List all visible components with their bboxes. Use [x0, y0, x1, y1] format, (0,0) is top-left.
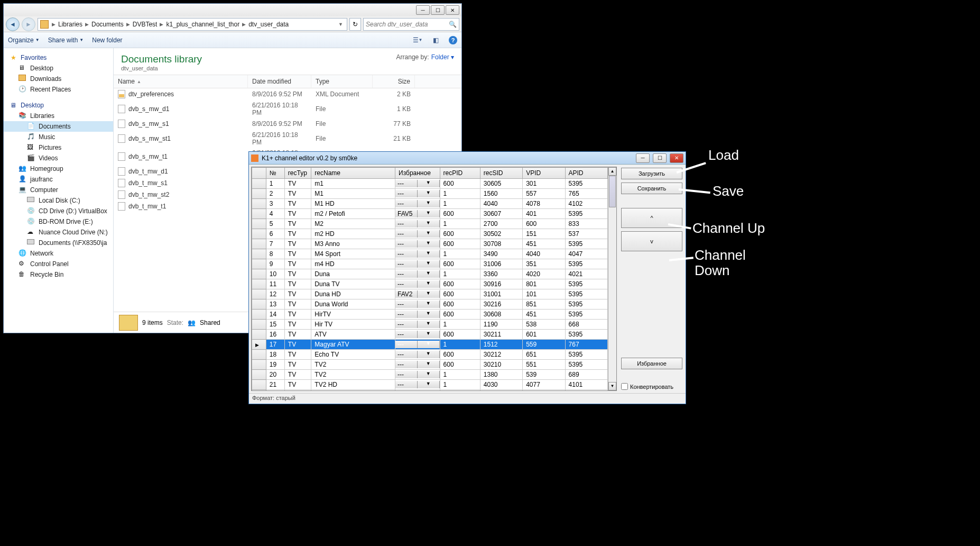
cell-pid[interactable]: 1: [440, 249, 480, 259]
cell-fav[interactable]: ---▼: [395, 360, 440, 370]
dropdown-icon[interactable]: ▼: [418, 361, 440, 368]
row-header[interactable]: [252, 179, 266, 189]
cell-vpid[interactable]: 559: [523, 340, 565, 350]
breadcrumb-item[interactable]: Documents: [90, 21, 125, 28]
cell-num[interactable]: 14: [266, 310, 284, 320]
minimize-button[interactable]: ─: [636, 153, 650, 163]
favorite-button[interactable]: Избранное: [621, 358, 682, 369]
cell-num[interactable]: 7: [266, 239, 284, 249]
cell-fav[interactable]: ---▼: [395, 219, 440, 229]
cell-num[interactable]: 19: [266, 360, 284, 370]
row-header[interactable]: [252, 229, 266, 239]
arrange-by-link[interactable]: Folder ▾: [431, 53, 454, 61]
cell-type[interactable]: TV: [284, 229, 311, 239]
cell-apid[interactable]: 5395: [565, 360, 607, 370]
grid-row[interactable]: 13TVDuna World---▼600302168515395: [252, 299, 608, 310]
cell-sid[interactable]: 30210: [480, 360, 522, 370]
cell-apid[interactable]: 5395: [565, 279, 607, 289]
cell-vpid[interactable]: 451: [523, 239, 565, 249]
cell-apid[interactable]: 5395: [565, 390, 607, 391]
cell-name[interactable]: Duna: [311, 269, 395, 279]
cell-name[interactable]: M4 Sport: [311, 249, 395, 259]
dropdown-icon[interactable]: ▼: [418, 200, 440, 207]
cell-num[interactable]: 17: [266, 340, 284, 350]
cell-type[interactable]: TV: [284, 289, 311, 299]
cell-fav[interactable]: ---▼: [395, 330, 440, 340]
cell-type[interactable]: TV: [284, 239, 311, 249]
cell-type[interactable]: TV: [284, 179, 311, 189]
cell-name[interactable]: m2 / Petofi: [311, 209, 395, 219]
dropdown-icon[interactable]: ▼: [418, 351, 440, 358]
cell-vpid[interactable]: 651: [523, 350, 565, 360]
cell-num[interactable]: 3: [266, 199, 284, 209]
cell-pid[interactable]: 600: [440, 259, 480, 269]
dropdown-icon[interactable]: ▼: [418, 311, 440, 318]
cell-vpid[interactable]: 301: [523, 179, 565, 189]
grid-row[interactable]: 1TVm1---▼600306053015395: [252, 179, 608, 189]
cell-pid[interactable]: 600: [440, 289, 480, 299]
cell-name[interactable]: M3 Anno: [311, 239, 395, 249]
cell-vpid[interactable]: 4078: [523, 199, 565, 209]
dropdown-icon[interactable]: ▼: [418, 341, 440, 348]
cell-num[interactable]: 21: [266, 380, 284, 390]
sidebar-item-recent[interactable]: 🕑Recent Places: [4, 84, 113, 95]
cell-name[interactable]: SuperTV2: [311, 390, 395, 391]
cell-type[interactable]: TV: [284, 350, 311, 360]
cell-fav[interactable]: ---▼: [395, 350, 440, 360]
cell-pid[interactable]: 600: [440, 390, 480, 391]
load-button[interactable]: Загрузить: [621, 168, 682, 179]
cell-num[interactable]: 18: [266, 350, 284, 360]
cell-type[interactable]: TV: [284, 340, 311, 350]
cell-pid[interactable]: 600: [440, 350, 480, 360]
row-header[interactable]: [252, 350, 266, 360]
cell-fav[interactable]: FAV2▼: [395, 289, 440, 299]
cell-num[interactable]: 8: [266, 249, 284, 259]
grid-column-header[interactable]: recName: [311, 168, 395, 179]
cell-fav[interactable]: ---▼: [395, 320, 440, 330]
grid-column-header[interactable]: recPID: [440, 168, 480, 179]
cell-vpid[interactable]: 101: [523, 289, 565, 299]
scroll-up-button[interactable]: ▲: [608, 167, 616, 176]
column-name[interactable]: Name▲: [114, 75, 248, 88]
grid-row[interactable]: 11TVDuna TV---▼600309168015395: [252, 279, 608, 289]
close-button[interactable]: ✕: [446, 5, 459, 15]
help-icon[interactable]: ?: [449, 36, 457, 44]
scroll-down-button[interactable]: ▼: [608, 382, 616, 390]
new-folder-button[interactable]: New folder: [92, 37, 122, 44]
cell-sid[interactable]: 31006: [480, 259, 522, 269]
cell-pid[interactable]: 600: [440, 239, 480, 249]
scrollbar-thumb[interactable]: [609, 176, 616, 207]
cell-vpid[interactable]: 151: [523, 229, 565, 239]
cell-name[interactable]: m4 HD: [311, 259, 395, 269]
cell-apid[interactable]: 5395: [565, 209, 607, 219]
cell-type[interactable]: TV: [284, 199, 311, 209]
cell-apid[interactable]: 4047: [565, 249, 607, 259]
grid-column-header[interactable]: №: [266, 168, 284, 179]
sidebar-favorites-header[interactable]: ★Favorites: [4, 52, 113, 63]
grid-column-header[interactable]: recSID: [480, 168, 522, 179]
cell-pid[interactable]: 1: [440, 380, 480, 390]
sidebar-item-network[interactable]: 🌐Network: [4, 248, 113, 259]
maximize-button[interactable]: ☐: [653, 153, 667, 163]
organize-button[interactable]: Organize▼: [8, 37, 40, 44]
cell-fav[interactable]: ---▼: [395, 390, 440, 391]
dropdown-icon[interactable]: ▼: [418, 180, 440, 187]
sidebar-item-pictures[interactable]: 🖼Pictures: [4, 142, 113, 153]
dropdown-icon[interactable]: ▼: [418, 301, 440, 308]
cell-num[interactable]: 15: [266, 320, 284, 330]
cell-name[interactable]: M1 HD: [311, 199, 395, 209]
cell-apid[interactable]: 5395: [565, 330, 607, 340]
file-row[interactable]: dtv_preferences8/9/2016 9:52 PMXML Docum…: [114, 88, 461, 100]
cell-vpid[interactable]: 801: [523, 279, 565, 289]
dropdown-icon[interactable]: ▼: [418, 260, 440, 268]
cell-apid[interactable]: 537: [565, 229, 607, 239]
cell-name[interactable]: M1: [311, 189, 395, 199]
row-header[interactable]: [252, 370, 266, 380]
cell-apid[interactable]: 5395: [565, 179, 607, 189]
cell-pid[interactable]: 1: [440, 199, 480, 209]
sidebar-item-drive-n[interactable]: ☁Nuance Cloud Drive (N:): [4, 227, 113, 238]
cell-name[interactable]: Magyar ATV: [311, 340, 395, 350]
breadcrumb-dropdown[interactable]: ▼: [337, 22, 345, 27]
file-row[interactable]: dvb_s_mw_d16/21/2016 10:18 PMFile1 KB: [114, 100, 461, 118]
column-type[interactable]: Type: [311, 75, 373, 88]
